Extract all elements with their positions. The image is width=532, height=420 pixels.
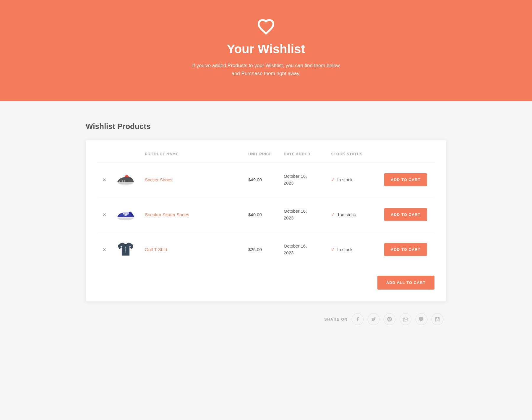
remove-item-1-button[interactable]: × [100, 211, 108, 219]
wishlist-table: PRODUCT NAME UNIT PRICE DATE ADDED STOCK… [98, 149, 434, 267]
col-header-name: PRODUCT NAME [142, 149, 245, 162]
add-all-row: ADD ALL TO CART [98, 276, 434, 290]
share-label: SHARE ON [324, 317, 348, 322]
product-name-0[interactable]: Soccer Shoes [145, 177, 172, 182]
product-image-1 [112, 197, 142, 232]
twitter-icon[interactable] [368, 313, 379, 325]
remove-item-0-button[interactable]: × [100, 176, 108, 184]
share-section: SHARE ON [86, 313, 446, 325]
hero-subtitle: If you've added Products to your Wishlis… [192, 62, 340, 77]
svg-point-7 [125, 247, 126, 248]
email-icon[interactable] [432, 313, 443, 325]
hero-section: Your Wishlist If you've added Products t… [0, 0, 532, 101]
check-icon: ✓ [331, 177, 335, 182]
svg-point-9 [125, 251, 126, 252]
page-title: Your Wishlist [227, 42, 305, 56]
product-name-2[interactable]: Golf T-Shirt [145, 247, 167, 252]
main-content: Wishlist Products PRODUCT NAME UNIT PRIC… [74, 101, 458, 343]
check-icon: ✓ [331, 212, 335, 217]
pinterest-icon[interactable] [384, 313, 395, 325]
whatsapp-icon[interactable] [400, 313, 411, 325]
product-date-0: October 16,2023 [281, 162, 328, 197]
remove-item-2-button[interactable]: × [100, 246, 108, 253]
col-header-remove [98, 149, 112, 162]
add-all-to-cart-button[interactable]: ADD ALL TO CART [377, 276, 434, 290]
snapchat-icon[interactable] [416, 313, 427, 325]
svg-point-8 [125, 249, 126, 250]
product-price-2: $25.00 [245, 232, 281, 267]
add-to-cart-2-button[interactable]: ADD TO CART [384, 243, 427, 256]
product-price-1: $40.00 [245, 197, 281, 232]
table-row: × Soccer Shoes$49.00October 16,2023✓ In … [98, 162, 434, 197]
wishlist-card: PRODUCT NAME UNIT PRICE DATE ADDED STOCK… [86, 140, 446, 301]
product-stock-1: ✓ 1 in stock [331, 212, 378, 217]
product-image-2 [112, 232, 142, 267]
table-row: × Golf T-Shirt$25.00October 16,2023✓ In … [98, 232, 434, 267]
col-header-action [381, 149, 434, 162]
add-to-cart-1-button[interactable]: ADD TO CART [384, 208, 427, 221]
product-stock-0: ✓ In stock [331, 177, 378, 182]
product-name-1[interactable]: Sneaker Skater Shoes [145, 212, 189, 217]
product-date-1: October 16,2023 [281, 197, 328, 232]
col-header-price: UNIT PRICE [245, 149, 281, 162]
facebook-icon[interactable] [352, 313, 364, 325]
col-header-stock: STOCK STATUS [328, 149, 381, 162]
col-header-date: DATE ADDED [281, 149, 328, 162]
product-price-0: $49.00 [245, 162, 281, 197]
add-to-cart-0-button[interactable]: ADD TO CART [384, 173, 427, 186]
product-image-0 [112, 162, 142, 197]
col-header-image [112, 149, 142, 162]
product-date-2: October 16,2023 [281, 232, 328, 267]
heart-icon [257, 18, 275, 37]
section-title: Wishlist Products [86, 122, 446, 131]
check-icon: ✓ [331, 247, 335, 252]
svg-point-4 [118, 180, 134, 185]
product-stock-2: ✓ In stock [331, 247, 378, 252]
table-row: × Sneaker Skater Shoes$40.00October 16,2… [98, 197, 434, 232]
